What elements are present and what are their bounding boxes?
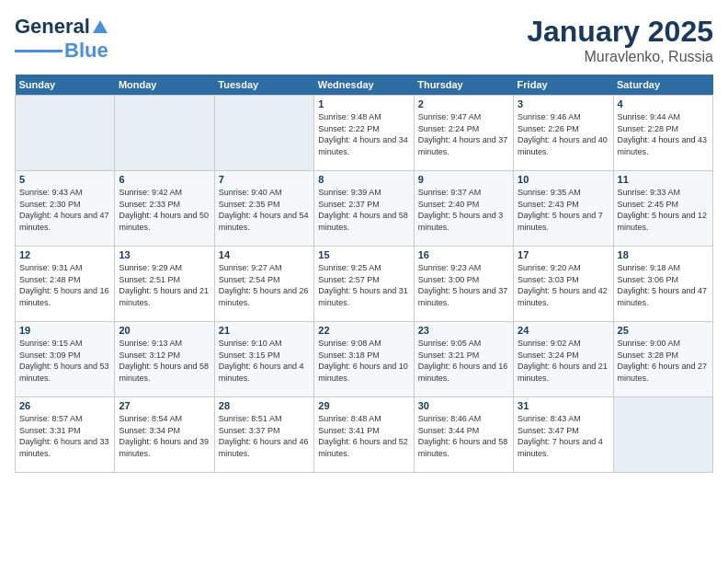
table-row: 28 Sunrise: 8:51 AM Sunset: 3:37 PM Dayl… (214, 397, 313, 473)
day-info: Sunrise: 9:23 AM Sunset: 3:00 PM Dayligh… (418, 262, 509, 308)
table-row: 1 Sunrise: 9:48 AM Sunset: 2:22 PM Dayli… (314, 96, 414, 171)
table-row: 13 Sunrise: 9:29 AM Sunset: 2:51 PM Dayl… (115, 247, 214, 322)
table-row (16, 96, 115, 171)
day-info: Sunrise: 8:57 AM Sunset: 3:31 PM Dayligh… (19, 413, 110, 459)
day-info: Sunrise: 9:48 AM Sunset: 2:22 PM Dayligh… (318, 111, 409, 157)
table-row: 6 Sunrise: 9:42 AM Sunset: 2:33 PM Dayli… (115, 171, 214, 247)
day-number: 14 (219, 249, 310, 260)
table-row: 10 Sunrise: 9:35 AM Sunset: 2:43 PM Dayl… (514, 171, 613, 247)
table-row: 25 Sunrise: 9:00 AM Sunset: 3:28 PM Dayl… (613, 322, 712, 397)
table-row: 15 Sunrise: 9:25 AM Sunset: 2:57 PM Dayl… (314, 247, 414, 322)
header-thursday: Thursday (414, 75, 513, 96)
header-sunday: Sunday (16, 75, 115, 96)
svg-marker-0 (93, 20, 108, 33)
day-number: 1 (318, 98, 409, 109)
day-info: Sunrise: 9:25 AM Sunset: 2:57 PM Dayligh… (318, 262, 409, 308)
logo: General Blue (15, 15, 108, 63)
calendar-week-row: 26 Sunrise: 8:57 AM Sunset: 3:31 PM Dayl… (16, 397, 713, 473)
day-number: 20 (119, 325, 210, 336)
table-row: 27 Sunrise: 8:54 AM Sunset: 3:34 PM Dayl… (115, 397, 214, 473)
table-row: 2 Sunrise: 9:47 AM Sunset: 2:24 PM Dayli… (414, 96, 513, 171)
header: General Blue January 2025 Muravlenko, Ru… (15, 15, 713, 65)
day-number: 11 (618, 174, 709, 185)
day-info: Sunrise: 9:33 AM Sunset: 2:45 PM Dayligh… (618, 187, 709, 233)
day-number: 5 (19, 174, 110, 185)
day-number: 18 (618, 249, 709, 260)
header-saturday: Saturday (613, 75, 712, 96)
day-info: Sunrise: 9:46 AM Sunset: 2:26 PM Dayligh… (518, 111, 609, 157)
table-row: 20 Sunrise: 9:13 AM Sunset: 3:12 PM Dayl… (115, 322, 214, 397)
table-row: 23 Sunrise: 9:05 AM Sunset: 3:21 PM Dayl… (414, 322, 513, 397)
table-row (613, 397, 712, 473)
day-number: 4 (618, 98, 709, 109)
table-row: 24 Sunrise: 9:02 AM Sunset: 3:24 PM Dayl… (514, 322, 613, 397)
day-info: Sunrise: 9:42 AM Sunset: 2:33 PM Dayligh… (119, 187, 210, 233)
day-number: 31 (518, 400, 609, 411)
day-info: Sunrise: 8:51 AM Sunset: 3:37 PM Dayligh… (219, 413, 310, 459)
day-info: Sunrise: 9:37 AM Sunset: 2:40 PM Dayligh… (418, 187, 509, 233)
day-info: Sunrise: 8:43 AM Sunset: 3:47 PM Dayligh… (518, 413, 609, 459)
table-row: 11 Sunrise: 9:33 AM Sunset: 2:45 PM Dayl… (613, 171, 712, 247)
table-row: 18 Sunrise: 9:18 AM Sunset: 3:06 PM Dayl… (613, 247, 712, 322)
day-info: Sunrise: 9:39 AM Sunset: 2:37 PM Dayligh… (318, 187, 409, 233)
table-row: 5 Sunrise: 9:43 AM Sunset: 2:30 PM Dayli… (16, 171, 115, 247)
day-number: 19 (19, 325, 110, 336)
logo-general: General (15, 15, 90, 39)
table-row: 26 Sunrise: 8:57 AM Sunset: 3:31 PM Dayl… (16, 397, 115, 473)
calendar-table: Sunday Monday Tuesday Wednesday Thursday… (15, 75, 713, 473)
table-row: 29 Sunrise: 8:48 AM Sunset: 3:41 PM Dayl… (314, 397, 414, 473)
day-number: 2 (418, 98, 509, 109)
day-number: 26 (19, 400, 110, 411)
day-info: Sunrise: 9:10 AM Sunset: 3:15 PM Dayligh… (219, 338, 310, 384)
table-row: 7 Sunrise: 9:40 AM Sunset: 2:35 PM Dayli… (214, 171, 313, 247)
table-row (115, 96, 214, 171)
day-info: Sunrise: 8:48 AM Sunset: 3:41 PM Dayligh… (318, 413, 409, 459)
calendar-week-row: 5 Sunrise: 9:43 AM Sunset: 2:30 PM Dayli… (16, 171, 713, 247)
day-info: Sunrise: 9:00 AM Sunset: 3:28 PM Dayligh… (618, 338, 709, 384)
day-number: 24 (518, 325, 609, 336)
calendar-week-row: 1 Sunrise: 9:48 AM Sunset: 2:22 PM Dayli… (16, 96, 713, 171)
day-info: Sunrise: 9:18 AM Sunset: 3:06 PM Dayligh… (618, 262, 709, 308)
table-row: 31 Sunrise: 8:43 AM Sunset: 3:47 PM Dayl… (514, 397, 613, 473)
day-info: Sunrise: 9:35 AM Sunset: 2:43 PM Dayligh… (518, 187, 609, 233)
day-info: Sunrise: 9:31 AM Sunset: 2:48 PM Dayligh… (19, 262, 110, 308)
header-wednesday: Wednesday (314, 75, 414, 96)
title-section: January 2025 Muravlenko, Russia (527, 15, 713, 65)
day-info: Sunrise: 9:29 AM Sunset: 2:51 PM Dayligh… (119, 262, 210, 308)
day-info: Sunrise: 9:15 AM Sunset: 3:09 PM Dayligh… (19, 338, 110, 384)
day-number: 10 (518, 174, 609, 185)
day-number: 13 (119, 249, 210, 260)
day-number: 30 (418, 400, 509, 411)
day-info: Sunrise: 9:02 AM Sunset: 3:24 PM Dayligh… (518, 338, 609, 384)
table-row: 19 Sunrise: 9:15 AM Sunset: 3:09 PM Dayl… (16, 322, 115, 397)
page: General Blue January 2025 Muravlenko, Ru… (0, 0, 728, 563)
table-row: 3 Sunrise: 9:46 AM Sunset: 2:26 PM Dayli… (514, 96, 613, 171)
day-number: 21 (219, 325, 310, 336)
day-info: Sunrise: 9:20 AM Sunset: 3:03 PM Dayligh… (518, 262, 609, 308)
table-row: 17 Sunrise: 9:20 AM Sunset: 3:03 PM Dayl… (514, 247, 613, 322)
day-number: 16 (418, 249, 509, 260)
day-number: 17 (518, 249, 609, 260)
day-number: 25 (618, 325, 709, 336)
logo-triangle-icon (92, 18, 108, 35)
day-info: Sunrise: 9:13 AM Sunset: 3:12 PM Dayligh… (119, 338, 210, 384)
location: Muravlenko, Russia (527, 49, 713, 65)
day-number: 15 (318, 249, 409, 260)
table-row: 14 Sunrise: 9:27 AM Sunset: 2:54 PM Dayl… (214, 247, 313, 322)
table-row: 12 Sunrise: 9:31 AM Sunset: 2:48 PM Dayl… (16, 247, 115, 322)
day-number: 8 (318, 174, 409, 185)
day-number: 23 (418, 325, 509, 336)
day-number: 22 (318, 325, 409, 336)
day-info: Sunrise: 9:47 AM Sunset: 2:24 PM Dayligh… (418, 111, 509, 157)
logo-blue: Blue (64, 39, 108, 63)
table-row: 8 Sunrise: 9:39 AM Sunset: 2:37 PM Dayli… (314, 171, 414, 247)
table-row: 9 Sunrise: 9:37 AM Sunset: 2:40 PM Dayli… (414, 171, 513, 247)
day-info: Sunrise: 9:27 AM Sunset: 2:54 PM Dayligh… (219, 262, 310, 308)
table-row: 21 Sunrise: 9:10 AM Sunset: 3:15 PM Dayl… (214, 322, 313, 397)
day-number: 27 (119, 400, 210, 411)
table-row (214, 96, 313, 171)
day-number: 9 (418, 174, 509, 185)
header-monday: Monday (115, 75, 214, 96)
day-info: Sunrise: 9:08 AM Sunset: 3:18 PM Dayligh… (318, 338, 409, 384)
table-row: 22 Sunrise: 9:08 AM Sunset: 3:18 PM Dayl… (314, 322, 414, 397)
